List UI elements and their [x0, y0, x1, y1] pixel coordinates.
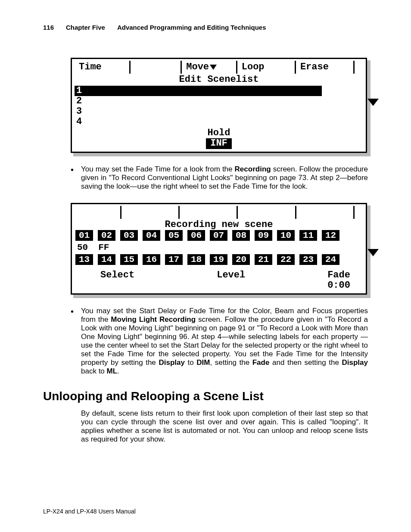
softkey-loop[interactable]: Loop — [237, 61, 296, 74]
footer-text: LP-X24 and LP-X48 Users Manual — [43, 508, 136, 515]
channel-cell[interactable]: 11 — [299, 230, 317, 241]
section-heading: Unlooping and Relooping a Scene List — [43, 389, 368, 403]
bullet-paragraph: You may set the Start Delay or Fade Time… — [71, 307, 368, 376]
encoder-fade-label: Fade — [327, 270, 350, 280]
channel-cell[interactable]: 02 — [98, 230, 115, 241]
encoder-select-label: Select — [100, 270, 134, 291]
channel-cell[interactable]: 18 — [187, 254, 205, 265]
scene-row[interactable]: 2 — [75, 96, 363, 106]
page-number: 116 — [43, 24, 54, 31]
chevron-down-icon — [210, 65, 217, 70]
softkey-blank[interactable] — [296, 206, 355, 219]
body-paragraph: By default, scene lists return to their … — [81, 409, 368, 444]
lcd2-subtitle: Recording new scene — [75, 220, 363, 230]
channel-cell[interactable]: 03 — [120, 230, 138, 241]
scroll-down-icon[interactable] — [367, 99, 379, 106]
softkey-blank[interactable] — [355, 206, 363, 219]
channel-cell[interactable]: 09 — [255, 230, 272, 241]
scene-row[interactable]: 3 — [75, 106, 363, 117]
channel-cell[interactable]: 05 — [165, 230, 183, 241]
lcd-edit-scenelist: Time Move Loop Erase Edit Scenelist 1 2 … — [71, 58, 367, 153]
channel-cell[interactable]: 06 — [187, 230, 205, 241]
channel-cell[interactable]: 04 — [143, 230, 160, 241]
softkey-erase[interactable]: Erase — [296, 61, 355, 74]
lcd-recording-scene: Recording new scene 01020304050607080910… — [71, 203, 367, 295]
softkey-move[interactable]: Move — [182, 61, 237, 74]
channel-cell[interactable]: 23 — [299, 254, 317, 265]
softkey-blank[interactable] — [131, 61, 182, 74]
channel-cell[interactable]: 01 — [75, 230, 93, 241]
scroll-down-icon[interactable] — [367, 249, 379, 256]
channel-cell[interactable]: 24 — [322, 254, 339, 265]
channel-cell[interactable]: 14 — [98, 254, 115, 265]
channel-cell[interactable]: 12 — [322, 230, 339, 241]
bullet-paragraph: You may set the Fade Time for a look fro… — [71, 165, 368, 191]
softkey-blank-2[interactable] — [355, 61, 363, 74]
scene-row[interactable]: 1 — [75, 86, 322, 96]
encoder-fade-value: 0:00 — [327, 280, 350, 291]
channel-cell[interactable]: 10 — [277, 230, 295, 241]
encoder-level-label: Level — [217, 270, 245, 291]
channel-cell[interactable]: 08 — [232, 230, 250, 241]
softkey-blank[interactable] — [238, 206, 296, 219]
channel-cell[interactable]: 17 — [165, 254, 183, 265]
hold-label: Hold — [75, 128, 363, 138]
channel-cell[interactable]: 20 — [232, 254, 250, 265]
softkey-blank[interactable] — [121, 206, 180, 219]
channel-cell[interactable]: 19 — [210, 254, 227, 265]
running-header: 116 Chapter Five Advanced Programming an… — [43, 24, 368, 31]
lcd1-subtitle: Edit Scenelist — [75, 75, 363, 85]
channel-cell[interactable]: 07 — [210, 230, 227, 241]
channel-cell[interactable]: 13 — [75, 254, 93, 265]
chapter-label: Chapter Five — [66, 24, 105, 31]
softkey-blank[interactable] — [75, 206, 121, 219]
channel-cell[interactable]: 21 — [255, 254, 272, 265]
encoder-value: 50 — [77, 243, 88, 252]
channel-cell[interactable]: 16 — [143, 254, 160, 265]
channel-cell[interactable]: 22 — [277, 254, 295, 265]
scene-row[interactable]: 4 — [75, 117, 363, 127]
header-title: Advanced Programming and Editing Techniq… — [117, 24, 266, 31]
softkey-time[interactable]: Time — [75, 61, 131, 74]
hold-value: INF — [206, 138, 232, 149]
encoder-value: FF — [98, 243, 109, 252]
softkey-blank[interactable] — [180, 206, 238, 219]
channel-cell[interactable]: 15 — [120, 254, 138, 265]
